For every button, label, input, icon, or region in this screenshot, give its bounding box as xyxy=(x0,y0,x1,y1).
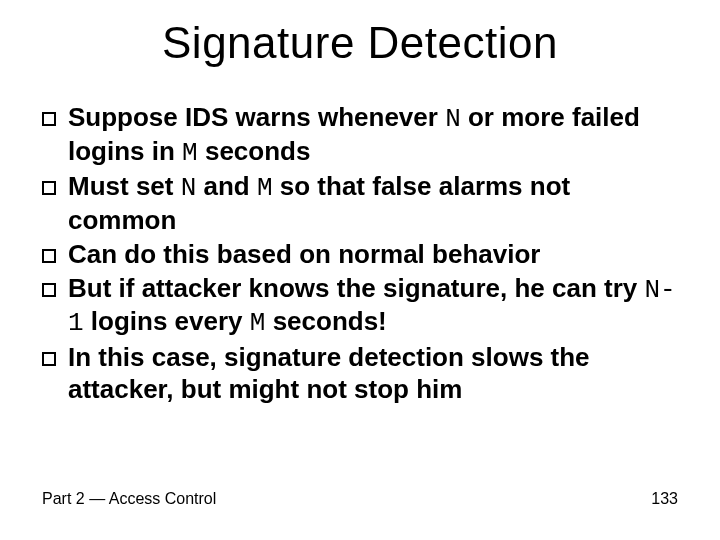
bullet-marker-icon xyxy=(42,112,56,126)
list-item: But if attacker knows the signature, he … xyxy=(42,273,678,340)
list-item-text: Suppose IDS warns whenever N or more fai… xyxy=(68,102,678,169)
bullet-marker-icon xyxy=(42,249,56,263)
bullet-marker-icon xyxy=(42,352,56,366)
list-item: Must set N and M so that false alarms no… xyxy=(42,171,678,236)
slide: Signature Detection Suppose IDS warns wh… xyxy=(0,0,720,540)
list-item: Can do this based on normal behavior xyxy=(42,239,678,271)
list-item-text: In this case, signature detection slows … xyxy=(68,342,678,405)
list-item: In this case, signature detection slows … xyxy=(42,342,678,405)
list-item-text: But if attacker knows the signature, he … xyxy=(68,273,678,340)
page-title: Signature Detection xyxy=(0,18,720,68)
bullet-list: Suppose IDS warns whenever N or more fai… xyxy=(42,102,678,407)
footer-left: Part 2 — Access Control xyxy=(42,490,216,508)
list-item-text: Can do this based on normal behavior xyxy=(68,239,540,271)
list-item: Suppose IDS warns whenever N or more fai… xyxy=(42,102,678,169)
list-item-text: Must set N and M so that false alarms no… xyxy=(68,171,678,236)
page-number: 133 xyxy=(651,490,678,508)
bullet-marker-icon xyxy=(42,181,56,195)
bullet-marker-icon xyxy=(42,283,56,297)
